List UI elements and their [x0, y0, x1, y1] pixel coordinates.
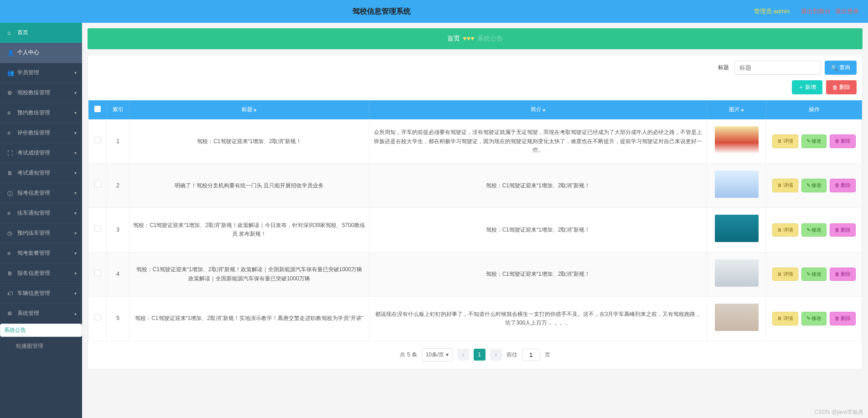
sidebar-item-home[interactable]: ⌂首页 [0, 23, 82, 43]
edit-button[interactable]: ✎修改 [801, 179, 827, 192]
sidebar-item-appoint-coach[interactable]: ≡预约教练管理▾ [0, 103, 82, 123]
sidebar-item-label: 练车通知管理 [17, 209, 50, 217]
col-index[interactable]: 索引 [107, 100, 129, 119]
sidebar-item-student[interactable]: 👥学员管理▾ [0, 63, 82, 83]
goto-input[interactable] [522, 349, 540, 361]
sort-icon: ◆ [542, 108, 546, 112]
list-icon: ≡ [7, 110, 14, 116]
next-page-button[interactable]: › [490, 349, 502, 361]
table-row: 5 驾校：C1驾驶证迎来“1增加、2取消”新规！实地演示教学！高唐交警走进职教驾… [88, 296, 862, 341]
sidebar-item-exam-notice[interactable]: 🗎考试通知管理▾ [0, 163, 82, 183]
breadcrumb-current: 系统公告 [477, 35, 503, 42]
clock-icon: ◷ [7, 230, 14, 237]
data-table: 索引 标题◆ 简介◆ 图片◆ 操作 1 驾校：C1驾驶证迎来“1增加、2取消”新… [88, 100, 862, 341]
chevron-up-icon: ▴ [74, 311, 77, 316]
sidebar-item-profile[interactable]: 👤个人中心 [0, 43, 82, 63]
search-input[interactable] [734, 61, 821, 75]
cell-image [707, 252, 766, 296]
home-icon: ⌂ [7, 30, 14, 36]
row-checkbox[interactable] [94, 270, 101, 276]
select-all-checkbox[interactable] [94, 106, 101, 112]
user-label[interactable]: 管理员 admin [754, 7, 790, 15]
sidebar-item-label: 系统管理 [17, 310, 39, 317]
sidebar-item-label: 考试成绩管理 [17, 149, 50, 157]
sidebar-sub-announce[interactable]: 系统公告 [0, 324, 82, 337]
app-title: 驾校信息管理系统 [9, 7, 754, 16]
sidebar-sub-label: 轮播图管理 [16, 343, 43, 349]
users-icon: 👥 [7, 70, 14, 76]
gear-icon: ⚙ [7, 90, 14, 96]
breadcrumb: 首页 ♥♥♥ 系统公告 [88, 28, 863, 49]
sidebar-item-system[interactable]: ⚙系统管理▴ [0, 304, 82, 324]
cell-ops: 🗎详情 ✎修改 🗑删除 [766, 252, 862, 296]
trash-icon: 🗑 [835, 137, 840, 145]
sidebar-item-rating[interactable]: ≡评价教练管理▾ [0, 123, 82, 143]
sidebar-item-label: 报名信息管理 [17, 269, 50, 277]
page-number[interactable]: 1 [474, 349, 486, 361]
row-delete-button[interactable]: 🗑删除 [830, 134, 856, 148]
col-title[interactable]: 标题◆ [129, 100, 369, 119]
row-checkbox[interactable] [94, 137, 101, 143]
sidebar-sub-carousel[interactable]: 轮播图管理 [0, 337, 82, 356]
sidebar-item-score[interactable]: ⛶考试成绩管理▾ [0, 143, 82, 163]
page-size-select[interactable]: 10条/页 ▾ [422, 348, 453, 361]
prev-page-button[interactable]: ‹ [457, 349, 469, 361]
cell-intro: 众所周知，开车的前提必须要有驾驶证，没有驾驶证就属于无证驾驶，而现在考取驾驶证已… [369, 119, 707, 164]
exit-front-link[interactable]: 退出到前台 [801, 7, 831, 15]
cell-image [707, 296, 766, 341]
col-image[interactable]: 图片◆ [707, 100, 766, 119]
watermark: CSDN @java李杨勇 [814, 408, 863, 416]
sidebar-item-signup[interactable]: 🗎报名信息管理▾ [0, 263, 82, 284]
cell-title: 明确了！驾校分支机构要有统一门头 且只能开展招收学员业务 [129, 164, 369, 208]
sidebar-item-coach[interactable]: ⚙驾校教练管理▾ [0, 83, 82, 103]
edit-icon: ✎ [806, 137, 811, 145]
row-checkbox[interactable] [94, 181, 101, 187]
row-delete-button[interactable]: 🗑删除 [830, 268, 856, 281]
row-checkbox[interactable] [94, 225, 101, 232]
edit-button[interactable]: ✎修改 [801, 268, 827, 281]
query-button[interactable]: 🔍查询 [825, 61, 857, 75]
sidebar-item-appoint-practice[interactable]: ◷预约练车管理▾ [0, 223, 82, 243]
chevron-down-icon: ▾ [74, 231, 77, 236]
breadcrumb-home[interactable]: 首页 [447, 35, 460, 42]
detail-button[interactable]: 🗎详情 [772, 179, 798, 192]
row-delete-button[interactable]: 🗑删除 [830, 179, 856, 192]
sidebar-item-package[interactable]: ≡驾考套餐管理▾ [0, 243, 82, 263]
sidebar-item-vehicle[interactable]: 🏷车辆信息管理▾ [0, 284, 82, 304]
delete-button[interactable]: 🗑删除 [826, 80, 857, 94]
sidebar-item-apply[interactable]: ⓘ报考信息管理▾ [0, 183, 82, 203]
sidebar-item-label: 个人中心 [17, 49, 39, 57]
row-delete-button[interactable]: 🗑删除 [830, 223, 856, 237]
sort-icon: ◆ [741, 108, 744, 112]
detail-button[interactable]: 🗎详情 [772, 134, 798, 148]
pager-total: 共 5 条 [400, 351, 417, 359]
cell-image [707, 119, 766, 164]
gear-icon: ⚙ [7, 310, 14, 317]
chevron-down-icon: ▾ [74, 191, 77, 196]
detail-button[interactable]: 🗎详情 [772, 312, 798, 325]
col-intro[interactable]: 简介◆ [369, 100, 707, 119]
user-icon: 👤 [7, 50, 14, 56]
doc-icon: 🗎 [777, 226, 782, 234]
edit-button[interactable]: ✎修改 [801, 223, 827, 237]
sidebar-item-label: 驾考套餐管理 [17, 249, 50, 257]
doc-icon: 🗎 [7, 270, 14, 277]
detail-button[interactable]: 🗎详情 [772, 268, 798, 281]
sidebar-item-label: 报考信息管理 [17, 189, 50, 197]
col-ops: 操作 [766, 100, 862, 119]
edit-button[interactable]: ✎修改 [801, 312, 827, 325]
row-checkbox[interactable] [94, 314, 101, 320]
add-button[interactable]: ＋新增 [792, 80, 822, 94]
cell-ops: 🗎详情 ✎修改 🗑删除 [766, 164, 862, 208]
chevron-down-icon: ▾ [74, 70, 77, 75]
sidebar-item-practice-notice[interactable]: ≡练车通知管理▾ [0, 203, 82, 223]
edit-button[interactable]: ✎修改 [801, 134, 827, 148]
sort-icon: ◆ [253, 108, 257, 112]
cell-title: 驾校：C1驾驶证迎来“1增加、2取消”新规！实地演示教学！高唐交警走进职教驾校为… [129, 296, 369, 341]
exit-login-link[interactable]: 退出登录 [835, 7, 859, 15]
edit-icon: ✎ [806, 270, 811, 279]
sidebar-item-label: 驾校教练管理 [17, 89, 50, 97]
list-icon: ≡ [7, 130, 14, 136]
detail-button[interactable]: 🗎详情 [772, 223, 798, 237]
row-delete-button[interactable]: 🗑删除 [830, 312, 856, 325]
